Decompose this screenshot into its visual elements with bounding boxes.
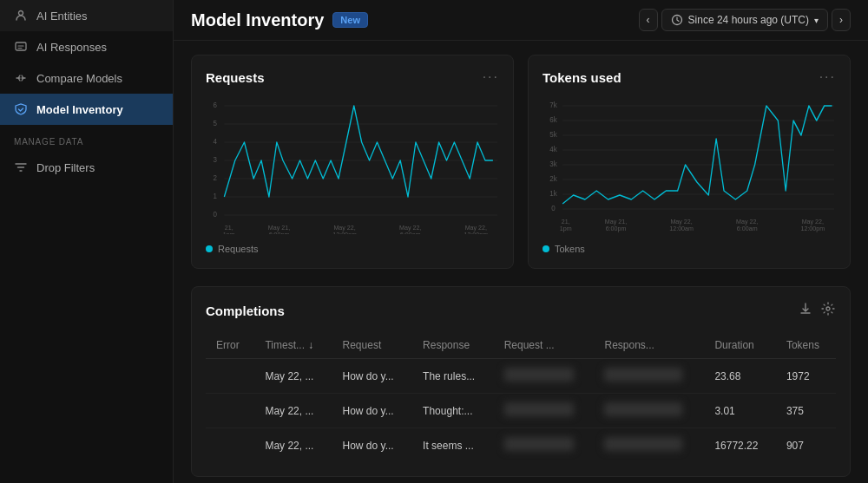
svg-text:1: 1 <box>213 192 217 201</box>
time-selector[interactable]: Since 24 hours ago (UTC) ▾ <box>661 9 828 31</box>
tokens-chart-card: Tokens used ··· 7k 6k 5k 4k 3k 2k 1k 0 <box>528 55 851 269</box>
time-caret-icon: ▾ <box>814 16 819 25</box>
completions-table: Error Timest...↓ Request Response Reques… <box>206 332 836 462</box>
completions-actions <box>798 301 836 320</box>
col-header-duration: Duration <box>704 332 775 359</box>
sidebar-item-compare-models[interactable]: Compare Models <box>0 62 173 94</box>
cell-response-0: The rules... <box>412 359 494 394</box>
requests-chart-legend: Requests <box>206 244 499 254</box>
col-header-request: Request <box>332 332 413 359</box>
table-header: Error Timest...↓ Request Response Reques… <box>206 332 836 359</box>
cell-response-1: Thought:... <box>412 394 494 428</box>
cell-tokens-0: 1972 <box>776 359 836 394</box>
sidebar-item-drop-filters[interactable]: Drop Filters <box>0 152 173 183</box>
cell-response-col-2 <box>594 428 704 463</box>
table-row: May 22, ... How do y... It seems ... 167… <box>206 428 836 463</box>
cell-request-2: How do y... <box>332 428 413 463</box>
svg-text:12:00am: 12:00am <box>669 225 694 233</box>
requests-legend-label: Requests <box>218 244 258 254</box>
tokens-chart-header: Tokens used ··· <box>542 69 836 85</box>
tokens-legend-dot <box>542 245 549 252</box>
svg-text:6:00am: 6:00am <box>400 231 421 234</box>
sidebar-item-label: Compare Models <box>36 72 122 85</box>
cell-duration-2: 16772.22 <box>704 428 775 463</box>
sidebar-item-label: Model Inventory <box>36 103 123 116</box>
header-left: Model Inventory New <box>191 10 368 30</box>
svg-text:7k: 7k <box>549 101 557 110</box>
cell-response-col-1 <box>594 394 704 428</box>
tokens-chart-legend: Tokens <box>542 244 836 254</box>
cell-response-2: It seems ... <box>412 428 494 463</box>
svg-text:6k: 6k <box>549 115 557 125</box>
requests-legend-dot <box>206 245 213 252</box>
svg-text:4: 4 <box>213 137 217 147</box>
table-row: May 22, ... How do y... Thought:... 3.01… <box>206 394 836 428</box>
filter-icon <box>14 160 28 174</box>
sidebar-item-ai-responses[interactable]: AI Responses <box>0 31 173 62</box>
svg-point-53 <box>826 307 830 310</box>
col-header-tokens: Tokens <box>776 332 836 359</box>
page-title: Model Inventory <box>191 10 324 30</box>
table-body: May 22, ... How do y... The rules... 23.… <box>206 359 836 463</box>
svg-text:6:00pm: 6:00pm <box>606 225 627 233</box>
svg-point-0 <box>19 11 23 16</box>
cell-timestamp-0: May 22, ... <box>254 359 332 394</box>
sidebar-item-ai-entities[interactable]: AI Entities <box>0 0 173 31</box>
cell-error-0 <box>206 359 254 394</box>
col-header-timestamp[interactable]: Timest...↓ <box>254 332 332 359</box>
time-nav-right-button[interactable]: › <box>832 9 851 31</box>
cell-request-col-2 <box>494 428 595 463</box>
tokens-chart-menu[interactable]: ··· <box>819 69 836 85</box>
tokens-chart-title: Tokens used <box>542 70 621 85</box>
col-header-request-col: Request ... <box>494 332 595 359</box>
svg-text:12:00pm: 12:00pm <box>800 225 825 233</box>
completions-header: Completions <box>206 301 836 320</box>
sidebar-item-label: AI Entities <box>36 10 88 23</box>
tokens-legend-label: Tokens <box>555 244 585 254</box>
content-area: Requests ··· 6 5 4 3 2 1 0 <box>174 41 868 483</box>
cell-request-col-1 <box>494 394 595 428</box>
completions-table-wrapper: Error Timest...↓ Request Response Reques… <box>206 332 836 462</box>
sort-arrow-icon: ↓ <box>308 339 313 351</box>
time-label: Since 24 hours ago (UTC) <box>688 14 809 26</box>
sidebar-item-model-inventory[interactable]: Model Inventory <box>0 94 173 125</box>
svg-text:6: 6 <box>213 101 217 110</box>
cell-request-1: How do y... <box>332 394 413 428</box>
requests-chart-menu[interactable]: ··· <box>483 69 499 85</box>
svg-text:12:00pm: 12:00pm <box>464 231 488 234</box>
cell-request-0: How do y... <box>332 359 413 394</box>
cell-error-2 <box>206 428 254 463</box>
response-icon <box>14 40 28 54</box>
cell-duration-0: 23.68 <box>704 359 775 394</box>
download-icon[interactable] <box>798 301 813 320</box>
page-header: Model Inventory New ‹ Since 24 hours ago… <box>174 0 868 41</box>
requests-chart-header: Requests ··· <box>206 69 499 85</box>
sidebar-item-label: Drop Filters <box>36 161 95 174</box>
cell-timestamp-2: May 22, ... <box>254 428 332 463</box>
svg-text:3k: 3k <box>549 160 557 169</box>
time-nav-left-button[interactable]: ‹ <box>639 9 658 31</box>
table-row: May 22, ... How do y... The rules... 23.… <box>206 359 836 394</box>
svg-text:1pm: 1pm <box>560 225 572 233</box>
header-right: ‹ Since 24 hours ago (UTC) ▾ › <box>639 9 851 31</box>
svg-text:0: 0 <box>551 204 556 213</box>
svg-text:4k: 4k <box>549 145 557 154</box>
entity-icon <box>14 9 28 23</box>
cell-response-col-0 <box>594 359 704 394</box>
requests-chart-title: Requests <box>206 70 265 85</box>
svg-text:12:00am: 12:00am <box>332 231 357 234</box>
sidebar: AI Entities AI Responses Compare Models … <box>0 0 174 483</box>
new-badge: New <box>332 12 368 28</box>
svg-text:5k: 5k <box>549 130 557 140</box>
col-header-error: Error <box>206 332 254 359</box>
cell-error-1 <box>206 394 254 428</box>
settings-icon[interactable] <box>820 301 836 320</box>
cell-tokens-2: 907 <box>776 428 836 463</box>
cell-request-col-0 <box>494 359 595 394</box>
completions-section: Completions <box>191 286 851 477</box>
svg-text:2k: 2k <box>549 174 557 184</box>
main-content: Model Inventory New ‹ Since 24 hours ago… <box>174 0 868 483</box>
svg-text:1k: 1k <box>549 189 557 199</box>
svg-text:0: 0 <box>213 210 217 219</box>
requests-chart-svg: 6 5 4 3 2 1 0 <box>206 95 499 234</box>
